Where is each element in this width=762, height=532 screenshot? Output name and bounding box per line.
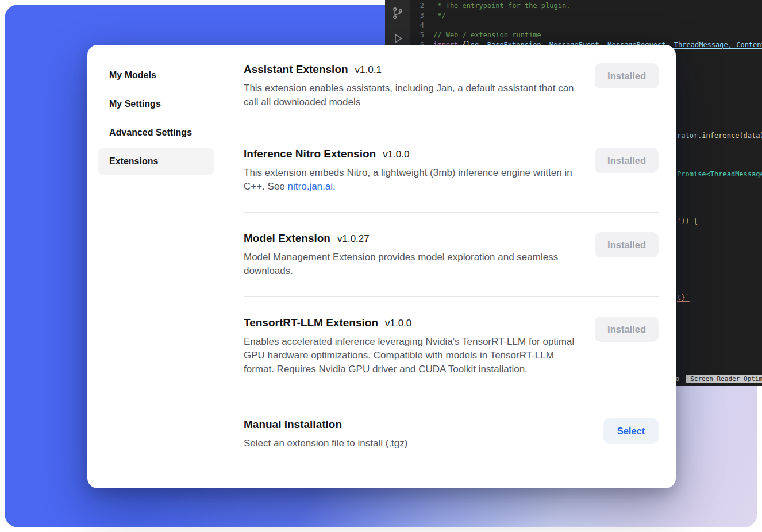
manual-installation-info: Manual Installation Select an extension … (244, 418, 407, 450)
extension-description: This extension embeds Nitro, a lightweig… (244, 166, 581, 194)
extension-row-assistant: Assistant Extension v1.0.1 This extensio… (244, 62, 659, 128)
source-control-icon[interactable] (391, 7, 404, 20)
installed-button[interactable]: Installed (595, 148, 659, 173)
extension-description: Model Management Extension provides mode… (244, 250, 581, 278)
extension-row-inference-nitro: Inference Nitro Extension v1.0.0 This ex… (244, 128, 659, 213)
manual-installation-description: Select an extension file to install (.tg… (244, 437, 407, 450)
extension-version: v1.0.0 (383, 149, 409, 160)
installed-button[interactable]: Installed (595, 63, 659, 88)
sidebar-item-my-models[interactable]: My Models (98, 62, 214, 88)
extension-title-row: Model Extension v1.0.27 (244, 232, 581, 245)
code-token: rator. (677, 132, 702, 140)
extension-row-tensorrt-llm: TensortRT-LLM Extension v1.0.0 Enables a… (244, 297, 659, 395)
settings-modal: My Models My Settings Advanced Settings … (87, 45, 676, 488)
line-number: 2 (410, 1, 424, 11)
manual-installation-title-row: Manual Installation (244, 418, 407, 431)
extension-title-row: TensortRT-LLM Extension v1.0.0 (244, 317, 581, 329)
code-line: 2 * The entrypoint for the plugin. (410, 1, 762, 11)
extension-title-row: Assistant Extension v1.0.1 (244, 63, 581, 76)
sidebar-item-extensions[interactable]: Extensions (98, 148, 214, 175)
code-token: (data)); (739, 132, 762, 140)
settings-sidebar: My Models My Settings Advanced Settings … (87, 45, 224, 488)
extension-version: v1.0.0 (385, 318, 411, 329)
code-fragment-inference-call: rator.inference(data)); (677, 132, 762, 140)
extension-info: Assistant Extension v1.0.1 This extensio… (244, 63, 581, 109)
screen-reader-notice-chip[interactable]: Screen Reader Optimized (686, 375, 762, 383)
editor-status-bar: go Screen Reader Optimized (672, 375, 762, 383)
line-number: 5 (410, 30, 424, 40)
extension-title: Model Extension (244, 232, 330, 245)
screen: 2 * The entrypoint for the plugin. 3 */ … (0, 0, 762, 532)
extension-version: v1.0.1 (355, 64, 382, 76)
installed-button[interactable]: Installed (595, 232, 659, 257)
nitro-jan-ai-link[interactable]: nitro.jan.ai. (288, 181, 336, 192)
extension-info: Model Extension v1.0.27 Model Management… (244, 232, 581, 278)
code-text: * The entrypoint for the plugin. (424, 1, 570, 11)
code-fragment-string-close: ')) { (677, 217, 698, 225)
code-fragment-promise-type: Promise<ThreadMessage> (677, 170, 762, 178)
extensions-panel: Assistant Extension v1.0.1 This extensio… (224, 45, 676, 488)
extension-version: v1.0.27 (337, 233, 370, 245)
code-text (424, 21, 433, 30)
extension-title-row: Inference Nitro Extension v1.0.0 (244, 148, 581, 160)
sidebar-item-label: Advanced Settings (109, 128, 192, 138)
editor-code-area: 2 * The entrypoint for the plugin. 3 */ … (410, 1, 762, 50)
code-line: 3 */ (410, 11, 762, 21)
extension-row-model: Model Extension v1.0.27 Model Management… (244, 213, 659, 297)
code-fragment-template-close: t}` (677, 294, 690, 302)
sidebar-item-label: Extensions (109, 156, 158, 167)
sidebar-item-my-settings[interactable]: My Settings (98, 91, 214, 117)
line-number: 4 (410, 21, 424, 30)
code-line: 5 // Web / extension runtime (410, 30, 762, 40)
code-text: // Web / extension runtime (424, 30, 541, 40)
extension-title: Assistant Extension (244, 63, 348, 76)
manual-installation-title: Manual Installation (244, 418, 342, 431)
extension-info: TensortRT-LLM Extension v1.0.0 Enables a… (244, 317, 581, 376)
select-file-button[interactable]: Select (603, 418, 659, 444)
sidebar-item-label: My Models (109, 70, 156, 80)
extension-title: Inference Nitro Extension (244, 148, 376, 160)
extension-info: Inference Nitro Extension v1.0.0 This ex… (244, 148, 581, 194)
sidebar-item-label: My Settings (109, 99, 161, 109)
extension-description: This extension enables assistants, inclu… (244, 82, 581, 109)
sidebar-item-advanced-settings[interactable]: Advanced Settings (98, 119, 214, 146)
extension-description: Enables accelerated inference leveraging… (244, 335, 581, 376)
installed-button[interactable]: Installed (595, 317, 659, 342)
extension-title: TensortRT-LLM Extension (244, 317, 378, 329)
run-debug-icon[interactable] (391, 32, 404, 45)
line-number: 3 (410, 11, 424, 21)
code-token: inference (702, 132, 739, 140)
code-line: 4 (410, 21, 762, 30)
manual-installation-row: Manual Installation Select an extension … (244, 395, 659, 469)
code-text: */ (424, 11, 446, 21)
